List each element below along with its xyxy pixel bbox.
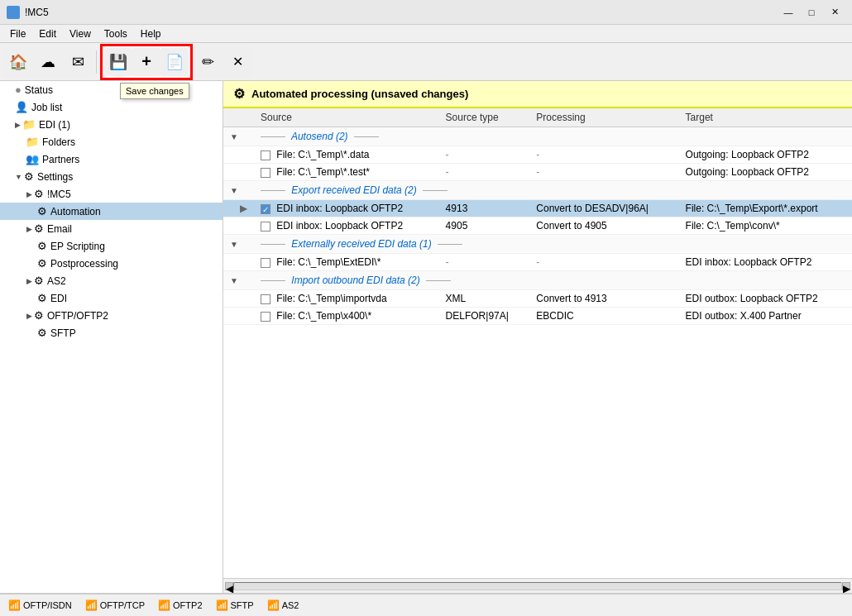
content-title: Automated processing (unsaved changes) [251,88,468,100]
row-checkbox[interactable] [261,150,270,160]
processing-cell: - [529,146,678,164]
source-type-cell: 4913 [439,200,530,217]
sidebar-item-postprocessing[interactable]: ⚙ Postprocessing [0,255,223,272]
table-row[interactable]: EDI inbox: Loopback OFTP2 4905 Convert t… [223,217,852,235]
row-checkbox[interactable] [261,168,270,178]
status-as2[interactable]: 📶 AS2 [262,598,304,613]
sidebar-item-email[interactable]: ▶ ⚙ Email [0,220,223,237]
menu-help[interactable]: Help [134,26,168,41]
sidebar-item-edi[interactable]: ▶ 📁 EDI (1) [0,116,223,133]
menu-tools[interactable]: Tools [98,26,134,41]
scroll-right[interactable]: ▶ [842,582,850,590]
add-button[interactable]: + [132,48,160,76]
joblist-icon: 👤 [15,101,28,113]
target-cell: EDI outbox: Loopback OFTP2 [679,290,852,308]
row-expand[interactable]: ▶ [223,200,254,217]
folders-icon: 📁 [26,136,39,148]
title-bar: !MC5 — □ ✕ [0,0,852,25]
oftp2-icon: 📶 [158,599,170,611]
content-header: ⚙ Automated processing (unsaved changes) [223,81,852,108]
target-cell: Outgoing: Loopback OFTP2 [679,164,852,181]
edi2-icon: ⚙ [37,292,47,304]
row-expand[interactable] [223,164,254,181]
scroll-left[interactable]: ◀ [225,582,233,590]
close-button[interactable]: ✕ [824,4,845,21]
row-checkbox[interactable] [261,258,270,268]
cloud-button[interactable]: ☁ [33,47,63,77]
source-cell: File: C:\_Temp\*.data [254,146,439,164]
table-row[interactable]: File: C:\_Temp\importvda XML Convert to … [223,290,852,308]
row-expand[interactable] [223,290,254,308]
sftp-icon: ⚙ [37,327,47,339]
col-expand [223,108,254,127]
table-row[interactable]: File: C:\_Temp\*.test* - - Outgoing: Loo… [223,164,852,181]
row-checkbox[interactable] [261,294,270,304]
sidebar-item-partners[interactable]: 👥 Partners [0,150,223,168]
save-tooltip: Save changes [120,83,189,99]
window-controls: — □ ✕ [778,4,845,21]
partners-icon: 👥 [26,153,39,165]
sidebar-item-imc5[interactable]: ▶ ⚙ !MC5 [0,185,223,203]
table-row[interactable]: File: C:\_Temp\*.data - - Outgoing: Loop… [223,146,852,164]
status-oftp-isdn[interactable]: 📶 OFTP/ISDN [3,598,77,613]
sidebar-item-folders[interactable]: 📁 Folders [0,133,223,150]
edi-folder-icon: 📁 [22,118,36,131]
group-header-row: ▼ Import outbound EDI data (2) [223,271,852,290]
col-source: Source [254,108,439,127]
copy-button[interactable]: 📄 [160,48,189,76]
sidebar-item-joblist[interactable]: 👤 Job list [0,98,223,116]
status-oftp-tcp[interactable]: 📶 OFTP/TCP [80,598,150,613]
source-cell: File: C:\_Temp\x400\* [254,308,439,325]
group-header-row: ▼ Externally received EDI data (1) [223,235,852,254]
row-expand[interactable] [223,146,254,164]
scroll-track[interactable] [233,582,842,590]
minimize-button[interactable]: — [778,4,799,21]
delete-button[interactable]: ✕ [223,47,252,77]
content-area: ⚙ Automated processing (unsaved changes)… [223,81,852,593]
table-row[interactable]: ▶ ✓ EDI inbox: Loopback OFTP2 4913 Conve… [223,200,852,217]
save-btn-highlight: 💾 + 📄 [100,44,193,80]
sidebar-item-settings[interactable]: ▼ ⚙ Settings [0,168,223,185]
row-expand[interactable] [223,217,254,235]
sidebar: ● Status 👤 Job list ▶ 📁 EDI (1) 📁 Folder… [0,81,223,593]
row-expand[interactable] [223,254,254,271]
row-checkbox[interactable]: ✓ [261,204,270,214]
sidebar-item-sftp[interactable]: ⚙ SFTP [0,324,223,341]
col-source-type: Source type [439,108,530,127]
as2-icon: ⚙ [34,275,44,287]
menu-bar: File Edit View Tools Help [0,25,852,43]
source-cell: File: C:\_Temp\ExtEDI\* [254,254,439,271]
table-row[interactable]: File: C:\_Temp\x400\* DELFOR|97A| EBCDIC… [223,308,852,325]
status-sftp[interactable]: 📶 SFTP [211,598,259,613]
mail-button[interactable]: ✉ [63,47,93,77]
email-icon: ⚙ [34,222,44,235]
source-cell: ✓ EDI inbox: Loopback OFTP2 [254,200,439,217]
sidebar-item-automation[interactable]: ⚙ Automation [0,203,223,220]
row-checkbox[interactable] [261,312,270,322]
status-oftp2[interactable]: 📶 OFTP2 [153,598,207,613]
row-checkbox[interactable] [261,222,270,232]
row-expand[interactable] [223,308,254,325]
source-type-cell: - [439,254,530,271]
sidebar-item-as2[interactable]: ▶ ⚙ AS2 [0,272,223,289]
save-button[interactable]: 💾 [104,48,132,76]
header-gear-icon: ⚙ [233,86,245,102]
menu-file[interactable]: File [3,26,32,41]
sftp-status-label: SFTP [231,600,254,610]
menu-view[interactable]: View [63,26,98,41]
source-cell: File: C:\_Temp\importvda [254,290,439,308]
menu-edit[interactable]: Edit [32,26,63,41]
sidebar-item-ep-scripting[interactable]: ⚙ EP Scripting [0,237,223,255]
edit-button[interactable]: ✏ [193,47,223,77]
sidebar-item-oftp[interactable]: ▶ ⚙ OFTP/OFTP2 [0,307,223,324]
imc5-icon: ⚙ [34,188,44,200]
maximize-button[interactable]: □ [801,4,822,21]
sidebar-item-edi2[interactable]: ⚙ EDI [0,289,223,307]
horizontal-scrollbar[interactable]: ◀ ▶ [223,578,852,593]
oftp-isdn-label: OFTP/ISDN [23,600,72,610]
toolbar-sep-1 [96,50,97,74]
table-container: Source Source type Processing Target ▼ A… [223,108,852,578]
target-cell: File: C:\_Temp\Export\*.export [679,200,852,217]
table-row[interactable]: File: C:\_Temp\ExtEDI\* - - EDI inbox: L… [223,254,852,271]
home-button[interactable]: 🏠 [3,47,33,77]
